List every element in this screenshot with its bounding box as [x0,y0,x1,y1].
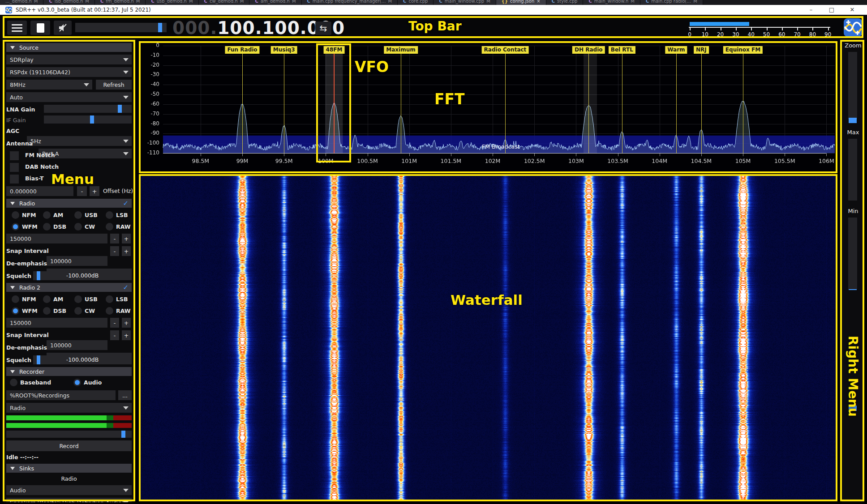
minimize-button[interactable]: – [801,5,821,15]
snap-plus-button[interactable]: + [122,330,131,340]
radio-mode-lsb[interactable]: LSB [100,210,132,219]
close-button[interactable]: ✕ [842,5,863,15]
swap-vfo-button[interactable]: ⇆ [315,21,331,35]
radio-mode-raw[interactable]: RAW [100,222,132,231]
sinks-section-header[interactable]: Sinks [6,464,132,473]
radio2-mode-lsb[interactable]: LSB [100,295,132,303]
editor-tab[interactable]: Cmain_window.hM [583,0,640,5]
recorder-baseband-radio[interactable]: Baseband [10,379,51,386]
recorder-volume-handle[interactable] [121,431,125,438]
station-badge[interactable]: 48FM [324,46,345,54]
sink-type-select[interactable]: Audio [6,485,132,495]
mute-button[interactable] [54,21,72,35]
enabled-check-icon[interactable]: ✓ [123,199,129,207]
frequency-dim-digits[interactable]: 000. [172,18,217,38]
dab-notch-checkbox[interactable] [10,163,19,172]
editor-tab[interactable]: Cmain_window.cppM [434,0,496,5]
enabled-check-icon[interactable]: ✓ [123,283,129,291]
radio2-mode-cw[interactable]: CW [69,306,100,315]
source-section-header[interactable]: Source [6,43,132,52]
zoom-slider-handle[interactable] [849,118,857,123]
radio2-section-header[interactable]: Radio 2 ✓ [6,283,132,292]
record-button[interactable]: Record [6,440,132,451]
menu-button[interactable] [7,21,27,35]
radio-mode-usb[interactable]: USB [69,210,100,219]
source-driver-select[interactable]: SDRplay [6,55,132,64]
radio2-mode-usb[interactable]: USB [69,295,100,303]
recorder-volume-slider[interactable] [6,431,132,438]
radio-mode-nfm[interactable]: NFM [6,210,38,219]
station-badge[interactable]: Radio Contact [482,46,529,54]
radio-bandwidth-input[interactable]: 150000 [6,234,107,243]
radio-mode-am[interactable]: AM [38,210,69,219]
station-badge[interactable]: Musiq3 [271,46,297,54]
editor-tab[interactable]: Cstyle.cpp [546,0,584,5]
lna-gain-handle[interactable] [118,105,122,113]
volume-slider[interactable] [75,23,167,32]
editor-tab[interactable]: Cusb_demod.hM [146,0,198,5]
bandwidth-select[interactable]: 8MHz [6,80,92,90]
station-badge[interactable]: NRJ [694,46,709,54]
squelch-slider[interactable]: -100.000dB [33,271,132,280]
station-badge[interactable]: Warm [665,46,687,54]
editor-tab[interactable]: Cam_demod.hM [249,0,301,5]
station-badge[interactable]: Equinox FM [723,46,763,54]
offset-minus-button[interactable]: - [77,186,87,196]
bandwidth-plus-button[interactable]: + [122,318,131,328]
recorder-section-header[interactable]: Recorder [6,367,132,376]
sink-device-select[interactable]: Speakers (Realtek High Definition Audio) [6,498,132,502]
close-tab-icon[interactable]: × [537,0,540,4]
refresh-button[interactable]: Refresh [96,80,132,90]
radio2-mode-wfm[interactable]: WFM [6,306,38,315]
editor-tab[interactable]: Ccore.cpp [398,0,434,5]
source-device-select[interactable]: RSPdx (191106DA42) [6,67,132,77]
snap-minus-button[interactable]: - [110,246,119,256]
editor-tab[interactable]: ..._demod.hM [0,0,43,5]
if-gain-slider[interactable] [44,115,132,124]
bias-t-checkbox[interactable] [10,175,19,184]
recorder-stream-select[interactable]: Radio [6,403,132,413]
volume-slider-handle[interactable] [158,23,162,32]
editor-tab[interactable]: Cmain.cpp radio(…M [640,0,703,5]
squelch-slider[interactable]: -100.000dB [33,355,132,364]
min-slider-handle[interactable] [849,406,857,411]
recorder-audio-radio[interactable]: Audio [73,379,102,386]
waterfall-canvas[interactable] [140,175,837,500]
radio-mode-wfm[interactable]: WFM [6,222,38,231]
recording-path-input[interactable]: %ROOT%/Recordings [6,390,116,400]
radio2-mode-dsb[interactable]: DSB [38,306,69,315]
browse-button[interactable]: ... [118,390,132,400]
radio2-bandwidth-input[interactable]: 150000 [6,318,107,328]
max-slider[interactable] [848,139,857,201]
snap-minus-button[interactable]: - [110,330,119,340]
station-badge[interactable]: Maximum [384,46,417,54]
editor-tab[interactable]: {}config.json× [496,0,546,5]
radio2-mode-raw[interactable]: RAW [100,306,132,315]
radio-mode-dsb[interactable]: DSB [38,222,69,231]
offset-plus-button[interactable]: + [90,186,99,196]
bandwidth-plus-button[interactable]: + [122,234,131,243]
radio-mode-cw[interactable]: CW [69,222,100,231]
bandwidth-minus-button[interactable]: - [110,318,119,328]
min-slider[interactable] [848,218,857,289]
station-badge[interactable]: DH Radio [572,46,605,54]
radio2-mode-am[interactable]: AM [38,295,69,303]
station-badge[interactable]: Bel RTL [609,46,635,54]
lna-gain-slider[interactable] [44,105,132,113]
fft-canvas[interactable] [140,40,837,174]
editor-tab[interactable]: Clsb_demod.hM [43,0,95,5]
editor-tab[interactable]: Cmain.cpp frequency_manager(…M [302,0,398,5]
radio2-mode-nfm[interactable]: NFM [6,295,38,303]
agc-mode-select[interactable]: Auto [6,92,132,102]
station-badge[interactable]: Fun Radio [225,46,259,54]
bandwidth-minus-button[interactable]: - [110,234,119,243]
stop-button[interactable] [30,21,50,35]
radio-section-header[interactable]: Radio ✓ [6,199,132,208]
offset-input[interactable]: 0.000000 [6,186,73,196]
editor-tab[interactable]: Cfm_demod.hM [95,0,146,5]
snap-plus-button[interactable]: + [122,246,131,256]
editor-tab[interactable]: Ccw_demod.hM [199,0,250,5]
zoom-slider[interactable] [848,52,857,119]
maximize-button[interactable]: □ [821,5,842,15]
if-gain-handle[interactable] [90,115,94,124]
